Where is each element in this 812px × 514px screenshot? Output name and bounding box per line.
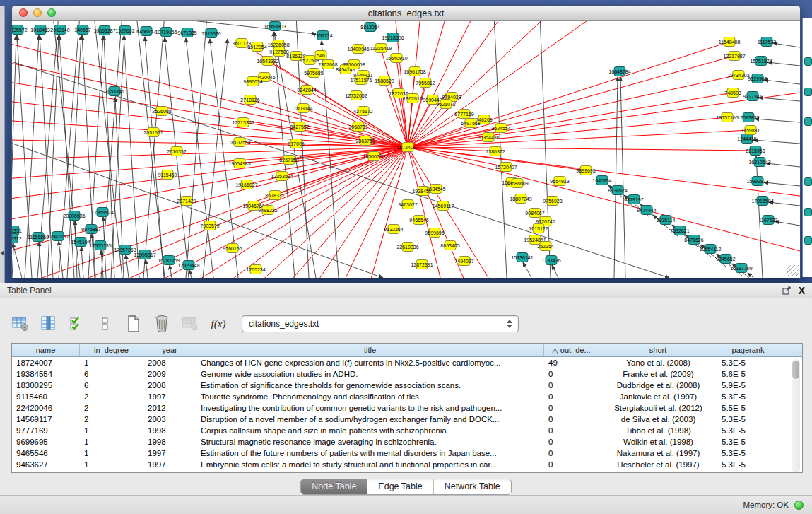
show-columns-icon[interactable] [40, 315, 58, 333]
graph-node[interactable]: 7632621 [670, 226, 689, 235]
delete-column-icon[interactable] [153, 315, 171, 333]
graph-node[interactable]: 9084067 [525, 209, 544, 218]
graph-node[interactable]: 6466162 [136, 27, 155, 36]
graph-node[interactable]: 15751874 [750, 57, 772, 66]
graph-node[interactable]: 18807249 [510, 194, 531, 204]
graph-node[interactable]: 9115460 [158, 170, 177, 180]
graph-node[interactable]: 1244415 [737, 134, 756, 144]
graph-node[interactable]: 16053803 [264, 22, 286, 31]
graph-node[interactable]: 10719155 [155, 28, 177, 37]
table-row[interactable]: 1456911722003Disruption of a novel membe… [12, 414, 802, 425]
table-row[interactable]: 946362711997Embryonic stem cells: a mode… [12, 459, 802, 470]
graph-node[interactable]: 11325419 [370, 44, 392, 53]
graph-node[interactable]: 16961758 [404, 67, 425, 76]
graph-node[interactable]: 5975685 [304, 69, 323, 78]
table-row[interactable]: 1830029562008Estimation of significance … [12, 380, 802, 391]
table-row[interactable]: 977716911998Corpus callosum shape and si… [12, 425, 802, 436]
table-scrollbar-thumb[interactable] [792, 361, 799, 379]
create-column-icon[interactable] [124, 315, 143, 333]
collapse-arrow-icon[interactable] [1, 250, 4, 256]
table-settings-icon[interactable] [11, 315, 30, 333]
select-columns-icon[interactable] [68, 315, 86, 333]
tab-edge-table[interactable]: Edge Table [367, 479, 433, 494]
network-view-window[interactable]: citations_edges.txt 40355721018463206914… [11, 5, 801, 278]
graph-node[interactable]: 917005 [288, 139, 304, 148]
graph-node[interactable]: 16210643 [748, 158, 770, 167]
graph-node[interactable]: 14569117 [433, 201, 454, 211]
graph-node[interactable]: 9329968 [748, 74, 767, 83]
column-header-pagerank[interactable]: pagerank [717, 344, 779, 356]
graph-node[interactable]: 4275172 [353, 107, 372, 116]
graph-node[interactable]: 8215958 [746, 146, 765, 156]
graph-node[interactable]: 22610336 [396, 243, 418, 252]
graph-node[interactable]: 17016504 [751, 197, 773, 206]
close-panel-icon[interactable]: X [799, 286, 805, 296]
graph-node[interactable]: 8813054 [360, 23, 379, 32]
graph-node[interactable]: 1018463 [30, 25, 49, 35]
graph-node[interactable]: 9227341 [743, 92, 762, 101]
graph-node[interactable]: 2867608 [318, 60, 337, 69]
graph-node[interactable]: 17359924 [91, 208, 113, 217]
graph-node[interactable]: 9654923 [550, 177, 569, 186]
table-selector-dropdown[interactable]: citations_edges.txt [242, 315, 519, 332]
column-header-short[interactable]: short [599, 344, 717, 356]
graph-node[interactable]: 10654112 [700, 245, 722, 254]
graph-node[interactable]: 9699695 [425, 228, 444, 238]
clear-selection-icon[interactable] [96, 315, 114, 333]
network-canvas[interactable]: 4035572101846320691401405571065328715276… [12, 21, 800, 278]
graph-node[interactable]: 16648784 [608, 67, 630, 76]
graph-node[interactable]: 9777169 [454, 110, 473, 119]
graph-node[interactable]: 19654985 [228, 159, 250, 168]
graph-node[interactable]: 7515526 [201, 29, 220, 38]
graph-node[interactable]: 15992971 [746, 177, 768, 186]
table-row[interactable]: 946554611997Estimation of the future num… [12, 448, 802, 459]
graph-node[interactable]: 7357224 [313, 31, 332, 40]
graph-node[interactable]: 2069140 [50, 25, 69, 35]
graph-node[interactable]: 2051557 [143, 128, 163, 137]
tab-node-table[interactable]: Node Table [301, 479, 367, 494]
graph-node[interactable]: 11548408 [719, 37, 741, 47]
graph-node[interactable]: 18400946 [347, 45, 369, 54]
graph-node[interactable]: 15720407 [495, 163, 517, 172]
column-header-year[interactable]: year [143, 344, 196, 356]
graph-node[interactable]: 1588520 [375, 76, 394, 86]
graph-node[interactable]: 140557 [74, 25, 90, 35]
column-header-out_de[interactable]: △ out_de... [544, 344, 599, 356]
graph-node[interactable]: 19166827 [235, 180, 257, 189]
graph-node[interactable]: 2935114 [657, 216, 676, 225]
graph-node[interactable]: 1159881 [741, 126, 760, 135]
graph-node[interactable]: 748503 [724, 88, 741, 98]
column-header-name[interactable]: name [12, 344, 80, 356]
graph-node[interactable]: 20206536 [63, 211, 85, 221]
background-window-sliver[interactable] [802, 18, 812, 277]
graph-node[interactable]: 9756928 [543, 197, 562, 206]
table-row[interactable]: 969969511998Structural magnetic resonanc… [12, 436, 802, 448]
graph-node[interactable]: 4035572 [12, 25, 28, 35]
graph-node[interactable]: 1205234 [246, 265, 265, 274]
graph-node[interactable]: 9560155 [223, 244, 242, 253]
graph-node[interactable]: 8653405 [440, 241, 459, 250]
graph-node[interactable]: 1733426 [541, 256, 560, 265]
graph-node[interactable]: 9463627 [398, 200, 417, 209]
graph-node[interactable]: 9975887 [81, 225, 100, 234]
graph-node[interactable]: 2068731 [348, 122, 367, 132]
graph-node[interactable]: 19734303 [727, 71, 749, 80]
graph-node[interactable]: 3915372 [12, 234, 22, 243]
table-row[interactable]: 911546021997Tourette syndrome. Phenomeno… [12, 391, 802, 402]
graph-node[interactable]: 10653287 [93, 26, 115, 35]
graph-node[interactable]: 12353594 [271, 172, 293, 181]
window-titlebar[interactable]: citations_edges.txt [12, 6, 800, 21]
graph-node[interactable]: 1527602 [115, 26, 134, 35]
graph-node[interactable]: 9899695 [576, 166, 595, 175]
graph-node[interactable]: 3624554 [491, 124, 510, 133]
minimize-window-icon[interactable] [33, 8, 42, 17]
graph-node[interactable]: 9474444 [637, 206, 656, 215]
graph-node[interactable]: 1167533 [759, 216, 778, 225]
graph-node[interactable]: 16640910 [385, 54, 407, 63]
table-panel-titlebar[interactable]: Table Panel X [0, 283, 812, 298]
table-row[interactable]: 2242004622012Investigating the contribut… [12, 402, 802, 414]
graph-node[interactable]: 12872391 [411, 260, 433, 269]
graph-node[interactable]: 2718126 [240, 95, 259, 105]
column-header-in_degree[interactable]: in_degree [80, 344, 143, 356]
graph-node[interactable]: 12217987 [723, 52, 745, 61]
